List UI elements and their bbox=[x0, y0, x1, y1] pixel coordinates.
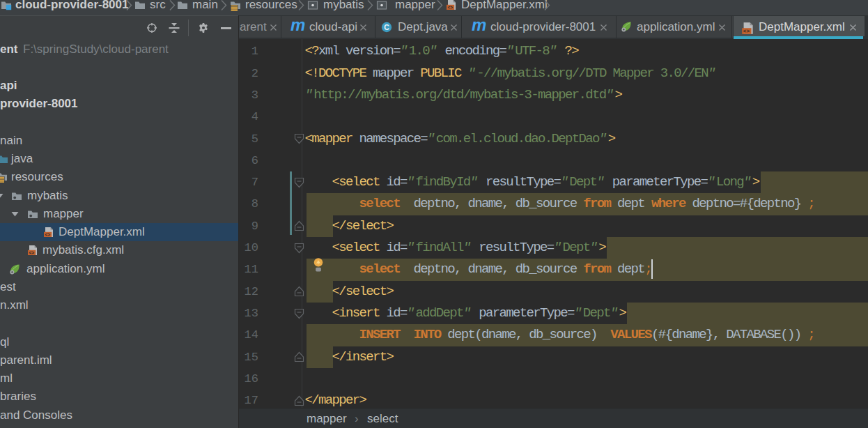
svg-text:C: C bbox=[384, 23, 389, 31]
svg-text:<>: <> bbox=[29, 251, 34, 256]
svg-text:<>: <> bbox=[743, 29, 750, 34]
svg-text:<>: <> bbox=[45, 233, 50, 238]
svg-text:<>: <> bbox=[447, 6, 453, 10]
